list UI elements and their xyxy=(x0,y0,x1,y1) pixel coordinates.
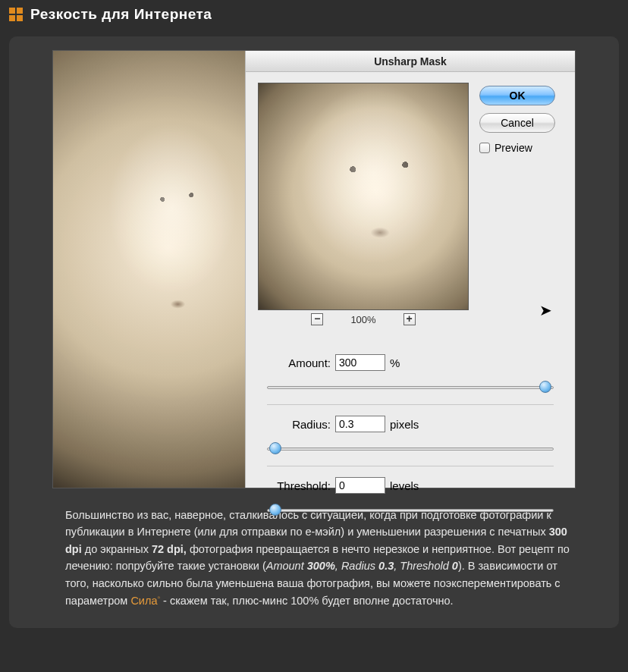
amount-row: Amount: % xyxy=(258,354,563,371)
preview-image[interactable] xyxy=(258,83,469,310)
threshold-input[interactable] xyxy=(335,477,385,494)
page-title: Резкость для Интернета xyxy=(30,6,212,23)
amount-input[interactable] xyxy=(335,354,385,371)
radius-slider-thumb[interactable] xyxy=(269,442,281,454)
unsharp-mask-dialog: Unsharp Mask − 100% + OK xyxy=(245,51,575,488)
preview-label: Preview xyxy=(495,142,532,154)
radius-label: Radius: xyxy=(265,418,331,431)
zoom-in-button[interactable]: + xyxy=(403,313,416,325)
source-photo xyxy=(53,51,245,488)
threshold-slider[interactable] xyxy=(267,503,554,517)
amount-slider[interactable] xyxy=(267,380,554,394)
threshold-unit: levels xyxy=(390,479,419,492)
zoom-out-button[interactable]: − xyxy=(311,313,323,325)
radius-unit: pixels xyxy=(390,418,419,431)
dialog-title: Unsharp Mask xyxy=(246,51,575,72)
amount-slider-thumb[interactable] xyxy=(539,381,551,393)
radius-input[interactable] xyxy=(335,416,385,432)
sila-link[interactable]: Сила▫ xyxy=(130,595,160,607)
amount-unit: % xyxy=(390,356,400,369)
zoom-level: 100% xyxy=(350,314,375,325)
threshold-row: Threshold: levels xyxy=(258,477,563,494)
grid-icon xyxy=(9,8,23,21)
radius-row: Radius: pixels xyxy=(258,416,563,432)
cancel-button[interactable]: Cancel xyxy=(479,113,555,133)
threshold-label: Threshold: xyxy=(265,479,331,492)
page-header: Резкость для Интернета xyxy=(0,0,628,29)
threshold-slider-thumb[interactable] xyxy=(269,504,281,516)
preview-checkbox[interactable] xyxy=(479,143,490,153)
amount-label: Amount: xyxy=(265,356,331,369)
ok-button[interactable]: OK xyxy=(479,86,555,105)
figure: Unsharp Mask − 100% + OK xyxy=(52,50,576,488)
content-card: Unsharp Mask − 100% + OK xyxy=(9,36,619,628)
radius-slider[interactable] xyxy=(267,441,554,455)
zoom-controls: − 100% + xyxy=(258,313,469,325)
